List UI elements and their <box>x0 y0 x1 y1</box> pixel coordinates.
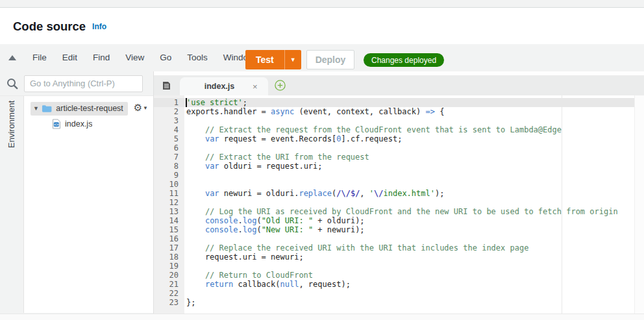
status-badge: Changes deployed <box>364 53 444 67</box>
bottom-strip <box>0 314 644 320</box>
info-link[interactable]: Info <box>92 22 106 31</box>
menu-item-go[interactable]: Go <box>152 44 179 71</box>
chevron-down-icon: ▼ <box>290 56 296 63</box>
tab-bar: index.js × <box>154 75 644 95</box>
tree-settings-button[interactable]: ⚙ ▼ <box>134 102 148 114</box>
test-dropdown-button[interactable]: ▼ <box>284 50 301 69</box>
page-title: Code source <box>13 19 86 34</box>
test-split-button[interactable]: Test ▼ <box>245 50 301 69</box>
menu-items: File Edit Find View Go Tools Window <box>25 44 262 71</box>
text-cursor <box>186 98 187 107</box>
sidebar: Environment ▼ article-test-request- ⚙ ▼ <box>0 71 154 314</box>
environment-label: Environment <box>6 101 16 148</box>
page-header: Code source Info <box>0 8 644 44</box>
menu-item-find[interactable]: Find <box>85 44 118 71</box>
close-icon[interactable]: × <box>253 82 268 92</box>
tab-index-js[interactable]: index.js × <box>180 77 268 95</box>
new-tab-button[interactable] <box>275 80 286 91</box>
collapsed-panel-strip <box>0 0 644 8</box>
code-lines[interactable]: 'use strict';exports.handler = async (ev… <box>154 98 634 314</box>
tab-list-button[interactable] <box>159 79 173 92</box>
tree-item-folder[interactable]: ▼ article-test-request- <box>31 102 128 116</box>
search-button[interactable] <box>0 78 24 90</box>
menu-item-view[interactable]: View <box>118 44 152 71</box>
tab-label: index.js <box>180 82 253 91</box>
menu-item-tools[interactable]: Tools <box>179 44 216 71</box>
folder-name: article-test-request- <box>56 104 123 113</box>
document-list-icon <box>162 81 171 90</box>
environment-rail[interactable]: Environment <box>0 96 24 313</box>
sidebar-body: Environment ▼ article-test-request- ⚙ ▼ <box>0 96 153 313</box>
chevron-down-icon: ▼ <box>143 105 148 111</box>
collapse-up-icon <box>8 55 16 60</box>
collapse-editor-button[interactable] <box>0 55 25 60</box>
plus-icon <box>275 80 286 91</box>
tree-row-folder: ▼ article-test-request- ⚙ ▼ <box>31 101 153 116</box>
code-area[interactable]: 1234567891011121314151617181920212223 'u… <box>154 95 644 314</box>
scrollbar[interactable] <box>634 95 644 314</box>
finder-row <box>0 71 153 96</box>
tree-item-file[interactable]: <> index.js <box>24 117 153 131</box>
menu-item-file[interactable]: File <box>25 44 55 71</box>
deploy-button[interactable]: Deploy <box>306 50 354 69</box>
go-to-anything-input[interactable] <box>24 75 143 92</box>
test-button[interactable]: Test <box>245 50 284 69</box>
file-tree: ▼ article-test-request- ⚙ ▼ <> index <box>24 96 153 313</box>
file-name: index.js <box>65 119 92 129</box>
chevron-down-icon[interactable]: ▼ <box>33 105 39 112</box>
js-file-icon: <> <box>52 119 61 129</box>
folder-icon <box>42 104 52 113</box>
code-editor: index.js × 12345678910111213141516171819… <box>154 71 644 314</box>
search-icon <box>6 78 18 90</box>
svg-text:<>: <> <box>54 122 59 127</box>
editor-menu-bar: File Edit Find View Go Tools Window Test… <box>0 44 644 71</box>
gear-icon: ⚙ <box>134 102 142 114</box>
menu-item-edit[interactable]: Edit <box>55 44 85 71</box>
